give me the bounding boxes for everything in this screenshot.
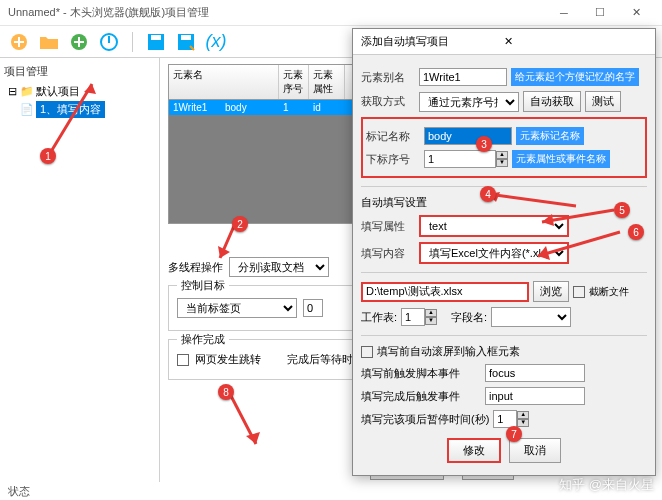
- scroll-checkbox[interactable]: [361, 346, 373, 358]
- badge-4: 4: [480, 186, 496, 202]
- minimize-button[interactable]: ─: [546, 0, 582, 26]
- saveas-icon[interactable]: [175, 31, 197, 53]
- svg-marker-12: [246, 432, 260, 444]
- field-select[interactable]: [491, 307, 571, 327]
- before-event-input[interactable]: [485, 364, 585, 382]
- method-select[interactable]: 通过元素序号捕获: [419, 92, 519, 112]
- test-button[interactable]: 测试: [585, 91, 621, 112]
- dialog-close-icon[interactable]: ✕: [504, 35, 647, 48]
- svg-rect-6: [181, 35, 191, 40]
- variable-icon[interactable]: (x): [205, 31, 227, 53]
- new-icon[interactable]: [8, 31, 30, 53]
- truncate-checkbox[interactable]: [573, 286, 585, 298]
- close-button[interactable]: ✕: [618, 0, 654, 26]
- open-icon[interactable]: [38, 31, 60, 53]
- autoget-button[interactable]: 自动获取: [523, 91, 581, 112]
- status-bar: 状态: [0, 482, 38, 500]
- sheet-input[interactable]: [401, 308, 425, 326]
- window-title: Unnamed* - 木头浏览器(旗舰版)项目管理: [8, 5, 546, 20]
- badge-7: 7: [506, 426, 522, 442]
- badge-1: 1: [40, 148, 56, 164]
- svg-marker-10: [542, 214, 554, 226]
- index-input[interactable]: [424, 150, 496, 168]
- path-input[interactable]: [361, 282, 529, 302]
- jump-checkbox[interactable]: [177, 354, 189, 366]
- watermark: 知乎 @来自火星: [559, 476, 654, 494]
- maximize-button[interactable]: ☐: [582, 0, 618, 26]
- tagname-input[interactable]: [424, 127, 512, 145]
- badge-8: 8: [218, 384, 234, 400]
- badge-6: 6: [628, 224, 644, 240]
- alias-input[interactable]: [419, 68, 507, 86]
- badge-5: 5: [614, 202, 630, 218]
- target-index[interactable]: [303, 299, 323, 317]
- dialog-title: 添加自动填写项目: [361, 34, 504, 49]
- browse-button[interactable]: 浏览: [533, 281, 569, 302]
- save-icon[interactable]: [145, 31, 167, 53]
- titlebar: Unnamed* - 木头浏览器(旗舰版)项目管理 ─ ☐ ✕: [0, 0, 662, 26]
- badge-3: 3: [476, 136, 492, 152]
- power-icon[interactable]: [98, 31, 120, 53]
- dialog-cancel-button[interactable]: 取消: [509, 438, 561, 463]
- svg-rect-4: [151, 35, 161, 40]
- badge-2: 2: [232, 216, 248, 232]
- add-icon[interactable]: [68, 31, 90, 53]
- dialog-modify-button[interactable]: 修改: [447, 438, 501, 463]
- target-select[interactable]: 当前标签页: [177, 298, 297, 318]
- after-event-input[interactable]: [485, 387, 585, 405]
